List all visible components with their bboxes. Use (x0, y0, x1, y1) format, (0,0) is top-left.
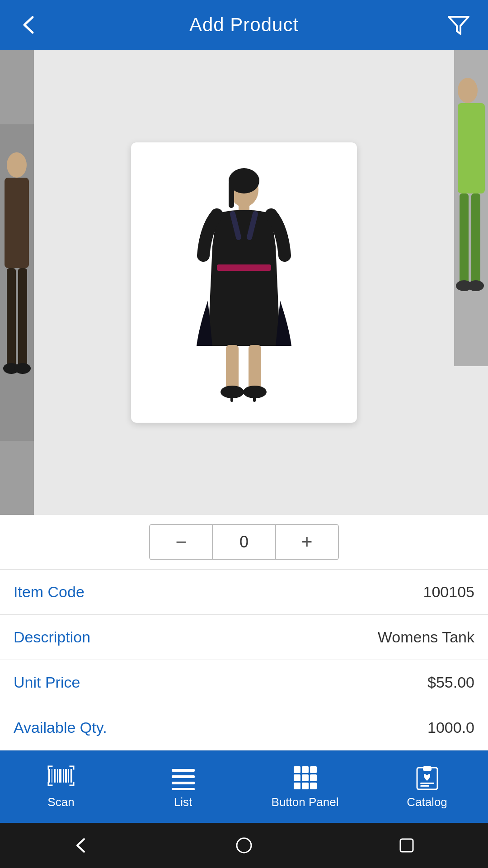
svg-rect-28 (52, 769, 52, 783)
svg-rect-14 (226, 345, 239, 390)
svg-rect-50 (423, 766, 432, 771)
svg-rect-51 (420, 783, 434, 784)
available-qty-value: 1000.0 (427, 719, 474, 736)
svg-point-2 (7, 152, 27, 178)
stepper-container: − 0 + (149, 524, 339, 560)
increment-button[interactable]: + (276, 525, 338, 559)
item-code-value: 100105 (423, 583, 474, 601)
svg-point-21 (458, 78, 478, 103)
list-icon (169, 764, 197, 792)
description-value: Womens Tank (378, 628, 474, 646)
unit-price-row: Unit Price $55.00 (0, 660, 488, 705)
svg-point-53 (237, 838, 251, 853)
svg-rect-45 (310, 774, 317, 781)
svg-rect-39 (172, 788, 195, 790)
svg-rect-40 (294, 766, 300, 773)
bottom-navigation: Scan List (0, 750, 488, 823)
svg-rect-41 (302, 766, 309, 773)
scan-icon (47, 764, 75, 792)
description-row: Description Womens Tank (0, 615, 488, 660)
nav-list-button[interactable]: List (122, 750, 244, 823)
svg-rect-11 (229, 181, 234, 208)
carousel-right-item (454, 50, 488, 515)
product-info-section: Item Code 100105 Description Womens Tank… (0, 570, 488, 750)
svg-rect-15 (249, 345, 261, 390)
svg-rect-38 (172, 782, 195, 784)
svg-point-26 (468, 280, 484, 291)
svg-rect-42 (310, 766, 317, 773)
nav-list-label: List (174, 795, 192, 809)
description-label: Description (14, 628, 90, 646)
nav-button-panel-button[interactable]: Button Panel (244, 750, 366, 823)
system-navigation-bar (0, 823, 488, 868)
decrement-button[interactable]: − (150, 525, 212, 559)
svg-rect-35 (70, 769, 72, 783)
item-code-label: Item Code (14, 583, 84, 601)
svg-rect-36 (172, 769, 195, 772)
svg-rect-24 (471, 193, 480, 284)
svg-rect-44 (302, 774, 309, 781)
unit-price-label: Unit Price (14, 674, 80, 691)
available-qty-label: Available Qty. (14, 719, 107, 736)
svg-rect-34 (68, 769, 69, 783)
product-carousel (0, 50, 488, 515)
svg-rect-29 (54, 769, 56, 783)
svg-rect-46 (294, 783, 300, 789)
svg-rect-22 (458, 103, 485, 193)
carousel-left-item (0, 50, 34, 515)
button-panel-icon (291, 764, 319, 792)
svg-rect-54 (400, 839, 413, 852)
svg-rect-5 (18, 268, 27, 368)
svg-rect-27 (48, 769, 50, 783)
svg-rect-32 (63, 769, 64, 783)
nav-catalog-label: Catalog (407, 795, 447, 809)
svg-rect-48 (310, 783, 317, 789)
nav-scan-button[interactable]: Scan (0, 750, 122, 823)
svg-rect-18 (230, 392, 233, 402)
system-recents-button[interactable] (389, 832, 425, 859)
svg-rect-31 (59, 769, 61, 783)
svg-rect-47 (302, 783, 309, 789)
svg-rect-13 (217, 264, 271, 271)
unit-price-value: $55.00 (427, 674, 474, 691)
product-image-card (131, 142, 357, 423)
svg-rect-52 (420, 785, 429, 787)
nav-button-panel-label: Button Panel (272, 795, 339, 809)
svg-rect-19 (253, 392, 256, 402)
nav-catalog-button[interactable]: Catalog (366, 750, 488, 823)
filter-button[interactable] (443, 9, 474, 41)
system-home-button[interactable] (226, 832, 262, 859)
quantity-stepper-section: − 0 + (0, 515, 488, 570)
page-title: Add Product (189, 14, 299, 36)
svg-rect-43 (294, 774, 300, 781)
svg-rect-37 (172, 775, 195, 778)
app-header: Add Product (0, 0, 488, 50)
available-qty-row: Available Qty. 1000.0 (0, 705, 488, 750)
system-back-button[interactable] (63, 832, 99, 859)
svg-rect-23 (460, 193, 469, 284)
nav-scan-label: Scan (47, 795, 74, 809)
quantity-value: 0 (212, 525, 276, 559)
svg-marker-0 (449, 17, 469, 34)
back-button[interactable] (14, 9, 45, 41)
svg-rect-30 (57, 769, 58, 783)
item-code-row: Item Code 100105 (0, 570, 488, 615)
svg-rect-33 (65, 769, 67, 783)
svg-rect-3 (5, 178, 29, 268)
svg-point-7 (14, 363, 31, 374)
catalog-icon (413, 764, 441, 792)
svg-rect-4 (7, 268, 16, 368)
